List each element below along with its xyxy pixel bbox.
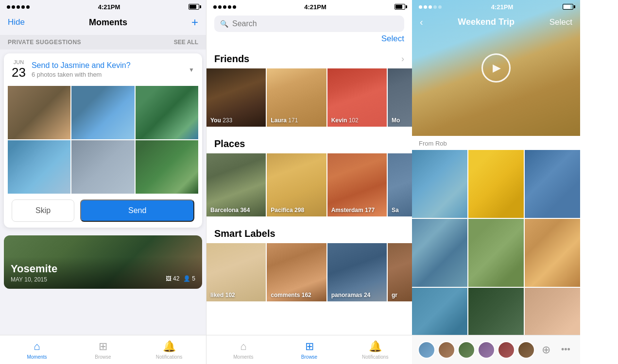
- label-tile-comments[interactable]: comments 162: [267, 243, 326, 301]
- signal-dot-empty: [438, 5, 442, 9]
- place-count-barcelona: 364: [240, 207, 250, 214]
- person-name-kevin: Kevin: [331, 117, 347, 124]
- suggestion-photo-4: [8, 140, 70, 194]
- trip-photo-4[interactable]: [412, 219, 467, 287]
- trip-photo-1[interactable]: [412, 150, 467, 218]
- signal-dot-filled: [429, 5, 432, 9]
- skip-button[interactable]: Skip: [12, 199, 74, 222]
- avatar-1[interactable]: [418, 341, 435, 359]
- trip-photo-8[interactable]: [468, 288, 524, 335]
- hide-button[interactable]: Hide: [8, 17, 25, 27]
- signal-dot: [21, 5, 25, 9]
- tab-browse-1[interactable]: ⊞ Browse: [70, 340, 136, 360]
- tab-moments-1[interactable]: ⌂ Moments: [4, 340, 70, 360]
- suggestion-photo-5: [71, 140, 134, 194]
- person-tile-you[interactable]: You 233: [206, 68, 266, 127]
- avatar-5[interactable]: [498, 341, 515, 359]
- browse-icon: ⊞: [99, 340, 107, 353]
- signal-dot-filled: [424, 5, 427, 9]
- place-tile-barcelona[interactable]: Barcelona 364: [206, 153, 266, 216]
- suggestion-month: JUN: [12, 59, 26, 65]
- label-tile-gr[interactable]: gr: [388, 243, 412, 301]
- tab-moments-2[interactable]: ⌂ Moments: [210, 340, 276, 360]
- person-name-mo: Mo: [392, 117, 400, 124]
- friends-chevron[interactable]: ›: [401, 54, 404, 64]
- friends-section-header: Friends ›: [206, 48, 412, 68]
- tab-bar-1: ⌂ Moments ⊞ Browse 🔔 Notifications: [0, 335, 206, 364]
- yosemite-card[interactable]: Yosemite MAY 10, 2015 🖼 42 👤 5: [4, 235, 202, 289]
- avatar-3[interactable]: [458, 341, 475, 359]
- play-icon: ▶: [493, 62, 501, 74]
- trip-hero-wrap: 4:21PM ‹ Weekend Trip Select ▶: [412, 0, 580, 136]
- avatar-4[interactable]: [478, 341, 495, 359]
- place-name-barcelona: Barcelona: [210, 207, 239, 214]
- play-button[interactable]: ▶: [481, 53, 511, 83]
- trip-photo-9[interactable]: [525, 288, 580, 335]
- battery-icon-2: [395, 4, 405, 10]
- trip-select-button[interactable]: Select: [549, 17, 572, 27]
- suggestion-sub: 6 photos taken with them: [32, 71, 183, 78]
- signal-dot: [218, 5, 222, 9]
- trip-photo-3[interactable]: [525, 150, 580, 218]
- suggestion-question: Send to Jasmine and Kevin?: [32, 61, 183, 70]
- add-photo-button[interactable]: ⊕: [538, 342, 554, 358]
- person-tile-laura[interactable]: Laura 171: [267, 68, 326, 127]
- signal-dots-2: [213, 5, 236, 9]
- person-count-laura: 171: [288, 117, 298, 124]
- place-label-amsterdam: Amsterdam 177: [331, 207, 375, 214]
- label-name-comments: comments 162: [271, 292, 311, 298]
- private-suggestions-bar: PRIVATE SUGGESTIONS SEE ALL: [0, 35, 206, 50]
- avatar-6[interactable]: [517, 341, 535, 359]
- place-tile-sa[interactable]: Sa: [388, 153, 412, 216]
- places-title: Places: [214, 138, 245, 149]
- label-tile-liked[interactable]: liked 102: [206, 243, 266, 301]
- suggestion-card: JUN 23 Send to Jasmine and Kevin? 6 phot…: [4, 53, 202, 228]
- dropdown-icon[interactable]: ▼: [189, 66, 194, 73]
- search-input[interactable]: [232, 19, 398, 28]
- back-button[interactable]: ‹: [420, 17, 423, 28]
- add-button[interactable]: +: [191, 16, 198, 29]
- label-name-liked: liked 102: [210, 292, 235, 298]
- tab-browse-2[interactable]: ⊞ Browse: [276, 340, 343, 360]
- select-button[interactable]: Select: [381, 34, 404, 44]
- tab-notifications-2[interactable]: 🔔 Notifications: [342, 340, 408, 360]
- tab-notifications-1[interactable]: 🔔 Notifications: [136, 340, 202, 360]
- yosemite-title: Yosemite: [11, 263, 195, 275]
- trip-photo-7[interactable]: [412, 288, 467, 335]
- place-tile-pacifica[interactable]: Pacifica 298: [267, 153, 326, 216]
- trip-photo-6[interactable]: [525, 219, 580, 287]
- battery-1: [189, 4, 199, 10]
- trip-title: Weekend Trip: [458, 17, 515, 27]
- moments-header: Hide Moments +: [0, 12, 206, 35]
- place-label-pacifica: Pacifica 298: [271, 207, 304, 214]
- signal-dots-3: [419, 5, 442, 9]
- suggestion-photo-1: [8, 86, 70, 139]
- place-tile-amsterdam[interactable]: Amsterdam 177: [327, 153, 387, 216]
- place-count-pacifica: 298: [294, 207, 304, 214]
- suggestion-photo-2: [71, 86, 134, 139]
- signal-dot: [223, 5, 226, 9]
- status-bar-2: 4:21PM: [206, 0, 412, 12]
- tab-moments-label-2: Moments: [233, 354, 253, 360]
- smart-labels-title: Smart Labels: [214, 228, 275, 239]
- status-time-1: 4:21PM: [98, 3, 120, 11]
- trip-photo-5[interactable]: [468, 219, 524, 287]
- from-rob-label: From Rob: [412, 136, 580, 150]
- avatar-2[interactable]: [438, 341, 455, 359]
- suggestion-day: 23: [12, 65, 26, 80]
- photos-icon: 🖼: [166, 275, 172, 282]
- more-options-button[interactable]: •••: [557, 343, 574, 357]
- label-tile-panoramas[interactable]: panoramas 24: [327, 243, 387, 301]
- person-tile-kevin[interactable]: Kevin 102: [327, 68, 387, 127]
- tab-moments-label: Moments: [27, 354, 47, 360]
- status-bar-1: 4:21PM: [0, 0, 206, 12]
- trip-photo-grid: [412, 150, 580, 335]
- see-all-button[interactable]: SEE ALL: [174, 39, 198, 46]
- person-count-you: 233: [223, 117, 232, 124]
- person-tile-mo[interactable]: Mo: [388, 68, 412, 127]
- trip-photo-2[interactable]: [468, 150, 524, 218]
- suggestion-photo-3: [136, 86, 198, 139]
- send-button[interactable]: Send: [80, 199, 194, 222]
- signal-dot: [7, 5, 10, 9]
- person-label-kevin: Kevin 102: [331, 117, 359, 124]
